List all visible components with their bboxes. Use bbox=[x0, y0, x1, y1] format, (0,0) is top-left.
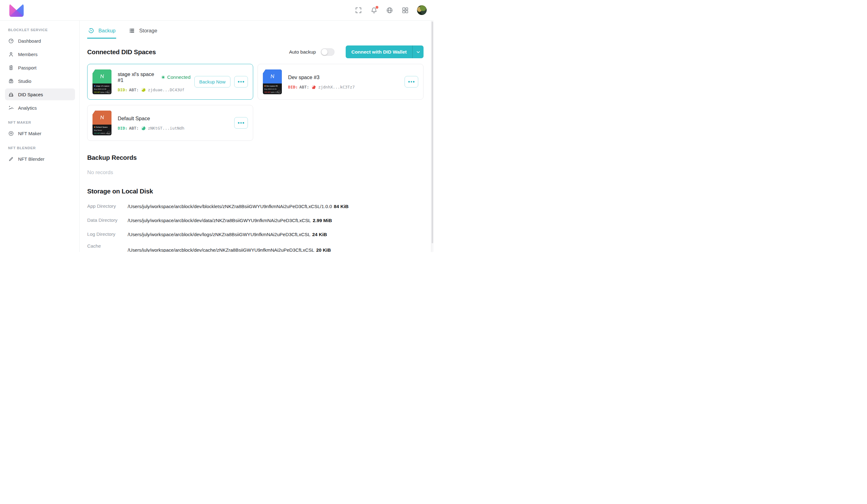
connect-button-label: Connect with DID Wallet bbox=[346, 45, 412, 58]
sidebar-item-label: Analytics bbox=[18, 105, 37, 110]
space-card-thumbnail: stage xl's space #1 Exp 2024-12-30 DID:A… bbox=[93, 69, 111, 94]
notification-bell-icon[interactable] bbox=[370, 7, 378, 14]
globe-icon[interactable] bbox=[386, 7, 393, 14]
space-card-thumbnail: Dev space #3 Exp 2024-12-21 DID:ABT:zjdn… bbox=[263, 69, 282, 94]
did-space-logo-icon bbox=[98, 73, 105, 79]
gauge-icon bbox=[8, 38, 14, 44]
directory-size: 2.99 MiB bbox=[313, 218, 332, 223]
sidebar-item-label: Studio bbox=[18, 78, 31, 84]
storage-table: App Directory /Users/july/workspace/arcb… bbox=[87, 200, 424, 252]
tab-label: Storage bbox=[139, 28, 157, 34]
storage-row-log: Log Directory /Users/july/workspace/arcb… bbox=[87, 228, 424, 240]
sidebar-item-nft-blender[interactable]: NFT Blender bbox=[5, 153, 75, 165]
more-menu-button[interactable] bbox=[405, 76, 418, 87]
directory-path: /Users/july/workspace/arcblock/dev/logs/… bbox=[128, 232, 310, 237]
directory-size: 84 KiB bbox=[334, 204, 349, 209]
vertical-scrollbar[interactable] bbox=[431, 21, 434, 252]
tab-backup[interactable]: Backup bbox=[87, 24, 116, 39]
space-name: Default Space bbox=[118, 116, 150, 121]
studio-box-icon bbox=[8, 78, 14, 84]
did-space-card-dev-space-3[interactable]: Dev space #3 Exp 2024-12-21 DID:ABT:zjdn… bbox=[258, 64, 424, 100]
sidebar-item-label: NFT Blender bbox=[18, 157, 44, 162]
did-space-card-stage-xl[interactable]: stage xl's space #1 Exp 2024-12-30 DID:A… bbox=[87, 64, 253, 100]
storage-row-data: Data Directory /Users/july/workspace/arc… bbox=[87, 214, 424, 226]
thumbnail-stamp bbox=[278, 90, 281, 94]
did-avatar-icon bbox=[141, 88, 146, 92]
backup-records-title: Backup Records bbox=[87, 154, 424, 161]
sidebar-section-blocklet-service: BLOCKLET SERVICE bbox=[5, 28, 75, 32]
sidebar-item-nft-maker[interactable]: NFT Maker bbox=[5, 127, 75, 139]
directory-path: /Users/july/workspace/arcblock/dev/block… bbox=[128, 204, 332, 209]
header-icons bbox=[355, 5, 427, 15]
page-title: Connected DID Spaces bbox=[87, 48, 156, 56]
trend-icon bbox=[8, 105, 14, 111]
did-space-cards: stage xl's space #1 Exp 2024-12-30 DID:A… bbox=[87, 64, 424, 141]
top-header bbox=[0, 0, 434, 21]
did-address-row: DID:ABT: zNKtGT...iutNdh bbox=[118, 126, 231, 130]
fullscreen-icon[interactable] bbox=[355, 7, 362, 14]
sidebar-item-label: Members bbox=[18, 52, 38, 57]
sidebar-item-passport[interactable]: Passport bbox=[5, 62, 75, 74]
storage-row-cache: Cache Directory /Users/july/workspace/ar… bbox=[87, 242, 424, 252]
scrollbar-thumb[interactable] bbox=[432, 21, 433, 243]
thumbnail-stamp bbox=[107, 90, 110, 94]
directory-size: 24 KiB bbox=[312, 232, 327, 237]
tab-storage[interactable]: Storage bbox=[128, 24, 158, 39]
connection-status: Connected bbox=[161, 74, 191, 80]
no-records-text: No records bbox=[87, 170, 424, 176]
main-content: Backup Storage Connected DID Spaces Auto… bbox=[80, 21, 434, 252]
directory-size: 20 KiB bbox=[316, 247, 331, 252]
sidebar-item-did-spaces[interactable]: DID Spaces bbox=[5, 88, 75, 100]
sidebar-item-analytics[interactable]: Analytics bbox=[5, 102, 75, 114]
more-menu-button[interactable] bbox=[234, 76, 248, 87]
arrow-up-circle-icon bbox=[8, 130, 14, 137]
brush-icon bbox=[8, 156, 14, 162]
sidebar-section-nft-maker: NFT MAKER bbox=[5, 120, 75, 124]
did-space-logo-icon bbox=[269, 73, 276, 79]
space-card-thumbnail: Default Space Exp Never DID:ABT:zNKtG..u… bbox=[93, 110, 111, 136]
storage-title: Storage on Local Disk bbox=[87, 187, 424, 195]
sidebar-item-members[interactable]: Members bbox=[5, 48, 75, 60]
did-space-logo-icon bbox=[98, 114, 105, 120]
sidebar-item-label: DID Spaces bbox=[18, 92, 43, 97]
sidebar-section-nft-blender: NFT BLENDER bbox=[5, 146, 75, 150]
blocklet-server-logo[interactable] bbox=[9, 4, 24, 17]
server-icon bbox=[129, 28, 135, 34]
sidebar-item-studio[interactable]: Studio bbox=[5, 75, 75, 87]
backup-now-button[interactable]: Backup Now bbox=[194, 76, 231, 87]
user-avatar[interactable] bbox=[417, 5, 427, 15]
thumbnail-stamp bbox=[107, 131, 110, 135]
did-avatar-icon bbox=[141, 126, 146, 130]
sidebar: BLOCKLET SERVICE Dashboard Members bbox=[0, 21, 80, 252]
sidebar-item-dashboard[interactable]: Dashboard bbox=[5, 35, 75, 47]
auto-backup-label: Auto backup bbox=[289, 49, 316, 55]
tab-bar: Backup Storage bbox=[87, 24, 424, 39]
sidebar-item-label: Dashboard bbox=[18, 38, 41, 44]
more-menu-button[interactable] bbox=[234, 117, 248, 129]
toggle-knob bbox=[321, 49, 328, 55]
chevron-down-icon[interactable] bbox=[412, 45, 424, 58]
notification-badge bbox=[376, 6, 378, 9]
sidebar-item-label: NFT Maker bbox=[18, 131, 41, 136]
drive-icon bbox=[8, 92, 14, 97]
space-name: Dev space #3 bbox=[288, 74, 320, 81]
apps-grid-icon[interactable] bbox=[402, 7, 409, 14]
directory-path: /Users/july/workspace/arcblock/dev/data/… bbox=[128, 218, 311, 223]
restore-icon bbox=[88, 28, 94, 34]
status-dot bbox=[161, 75, 165, 79]
tab-label: Backup bbox=[98, 28, 116, 34]
id-card-icon bbox=[8, 65, 14, 71]
did-address-row: DID:ABT: zjduae...DC43Uf bbox=[118, 87, 191, 92]
connect-did-wallet-button[interactable]: Connect with DID Wallet bbox=[346, 45, 424, 58]
did-avatar-icon bbox=[312, 85, 316, 89]
did-address-row: DID:ABT: zjdnhX...kC3Tz7 bbox=[288, 85, 401, 89]
storage-row-app: App Directory /Users/july/workspace/arcb… bbox=[87, 200, 424, 213]
auto-backup-toggle[interactable] bbox=[321, 48, 334, 56]
sidebar-item-label: Passport bbox=[18, 65, 36, 71]
space-name: stage xl's space #1 bbox=[118, 71, 158, 83]
app-root: BLOCKLET SERVICE Dashboard Members bbox=[0, 0, 434, 252]
person-icon bbox=[8, 51, 14, 57]
did-space-card-default-space[interactable]: Default Space Exp Never DID:ABT:zNKtG..u… bbox=[87, 105, 253, 141]
directory-path: /Users/july/workspace/arcblock/dev/cache… bbox=[128, 247, 314, 252]
